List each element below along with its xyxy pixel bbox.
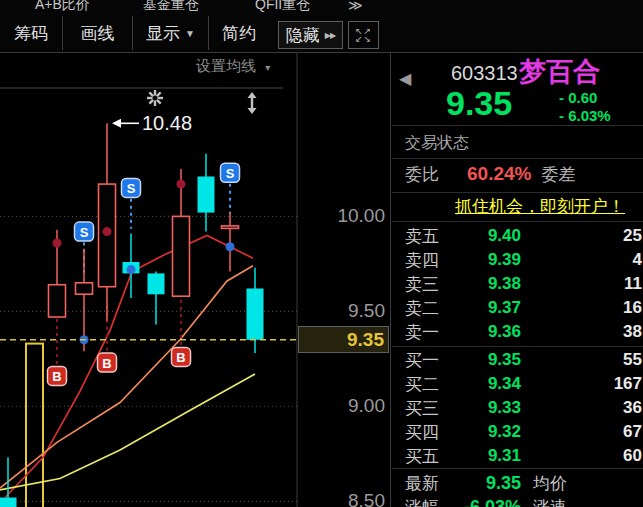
signal-dot-red	[103, 227, 112, 236]
signal-dot-blue	[226, 242, 235, 251]
open-account-ad-link[interactable]: 抓住机会，即刻开户！	[455, 195, 625, 218]
sun-icon-center	[152, 95, 157, 100]
order-volume: 38	[521, 322, 643, 342]
order-level-label: 卖四	[391, 249, 453, 272]
ask-row[interactable]: 卖三 9.38 11	[391, 272, 643, 296]
tab-fund-holdings[interactable]: 基金重仓	[143, 0, 199, 14]
order-volume: 4	[521, 250, 643, 270]
candlestick-chart-area[interactable]: S S S B B B 10.48 设置均线 ▾ 10.00 9.50 9.00…	[0, 53, 390, 507]
chevron-down-icon: ▾	[265, 62, 270, 73]
svg-text:S: S	[127, 181, 136, 196]
order-level-label: 卖三	[391, 273, 453, 296]
panel-divider	[392, 192, 643, 193]
svg-text:S: S	[80, 225, 89, 240]
svg-text:B: B	[176, 350, 185, 365]
order-price: 9.32	[453, 422, 521, 442]
draw-line-button[interactable]: 画线	[63, 14, 132, 52]
svg-text:10.48: 10.48	[142, 112, 192, 134]
order-volume: 16	[521, 298, 643, 318]
latest-label: 最新	[391, 472, 453, 495]
latest-price-row: 最新 9.35 均价	[391, 471, 643, 495]
ask-row[interactable]: 卖五 9.40 25	[391, 224, 643, 248]
svg-text:S: S	[226, 166, 235, 181]
price-change-block: - 0.60 - 6.03%	[559, 89, 611, 125]
price-axis-label: 9.00	[299, 395, 385, 417]
signal-dot-red	[177, 180, 186, 189]
candle-body-down	[0, 498, 17, 507]
order-volume: 55	[521, 350, 643, 370]
double-right-arrow-icon: ▶▶	[325, 31, 335, 40]
sell-signal-badge: S	[122, 178, 141, 197]
pct-label: 涨幅	[391, 496, 453, 507]
more-tabs-chevron-icon[interactable]: ≫	[348, 0, 361, 13]
candle-body-down	[247, 289, 264, 340]
order-level-label: 买五	[391, 445, 453, 468]
chart-toolbar: 筹码 画线 显示 ▼ 简约 隐藏 ▶▶ ↖↗ ↙↘	[0, 14, 643, 53]
bid-row[interactable]: 买三 9.33 36	[391, 396, 643, 420]
ask-row[interactable]: 卖一 9.36 38	[391, 320, 643, 344]
price-change: - 0.60	[559, 89, 611, 107]
bid-row[interactable]: 买二 9.34 167	[391, 372, 643, 396]
bid-orders: 买一 9.35 55 买二 9.34 167 买三 9.33 36 买四 9.3…	[391, 348, 643, 468]
ma-line-yellow	[0, 374, 255, 490]
simple-mode-button[interactable]: 简约	[209, 14, 269, 52]
updown-arrow-icon	[248, 92, 257, 114]
candle-body-up	[173, 216, 190, 296]
sell-signal-badge: S	[75, 222, 94, 241]
fullscreen-arrows-icon: ↙↘	[355, 35, 372, 43]
buy-signal-badge: B	[48, 366, 67, 385]
order-level-label: 卖五	[391, 225, 453, 248]
tab-ab-compare[interactable]: A+B比价	[35, 0, 90, 14]
weibi-row: 委比60.24%委差	[405, 163, 635, 186]
price-axis-label: 10.00	[299, 205, 385, 227]
order-volume: 11	[521, 274, 643, 294]
high-price-annotation: 10.48	[112, 112, 192, 134]
candle-body-down	[198, 177, 215, 213]
order-volume: 60	[521, 446, 643, 466]
order-level-label: 卖二	[391, 297, 453, 320]
ma-line-orange	[0, 266, 253, 488]
ask-row[interactable]: 卖二 9.37 16	[391, 296, 643, 320]
order-price: 9.31	[453, 446, 521, 466]
display-dropdown-button[interactable]: 显示 ▼	[133, 14, 208, 52]
hide-panel-button[interactable]: 隐藏 ▶▶	[278, 21, 343, 49]
chips-button[interactable]: 筹码	[0, 14, 62, 52]
order-price: 9.36	[453, 322, 521, 342]
back-arrow-icon[interactable]: ◀	[399, 69, 411, 88]
bid-row[interactable]: 买一 9.35 55	[391, 348, 643, 372]
ask-row[interactable]: 卖四 9.39 4	[391, 248, 643, 272]
order-volume: 25	[521, 226, 643, 246]
order-price: 9.33	[453, 398, 521, 418]
panel-divider	[392, 158, 643, 159]
order-price: 9.37	[453, 298, 521, 318]
stock-code: 603313	[451, 62, 518, 85]
order-level-label: 买三	[391, 397, 453, 420]
candlestick-chart[interactable]: S S S B B B 10.48	[0, 53, 390, 507]
stock-app-window: A+B比价 基金重仓 QFII重仓 ≫ 筹码 画线 显示 ▼ 简约 隐藏 ▶▶ …	[0, 0, 643, 507]
speed-label: 涨速	[521, 496, 567, 507]
quote-panel: ◀ 603313 梦百合 9.35 - 0.60 - 6.03% 交易状态 委比…	[390, 53, 643, 507]
price-axis-label: 9.50	[299, 300, 385, 322]
order-volume: 67	[521, 422, 643, 442]
weicha-label: 委差	[541, 165, 575, 184]
panel-divider	[392, 221, 643, 222]
candle-body-up	[49, 285, 66, 317]
panel-divider	[392, 346, 643, 347]
pct-value: -6.03%	[453, 497, 521, 507]
bid-row[interactable]: 买四 9.32 67	[391, 420, 643, 444]
top-tab-bar: A+B比价 基金重仓 QFII重仓 ≫	[0, 0, 643, 14]
order-level-label: 买一	[391, 349, 453, 372]
ma-settings-dropdown[interactable]: 设置均线 ▾	[196, 57, 270, 76]
change-percent-row: 涨幅 -6.03% 涨速	[391, 495, 643, 507]
signal-dot-blue	[127, 265, 136, 274]
bid-row[interactable]: 买五 9.31 60	[391, 444, 643, 468]
candle-body-up	[76, 283, 93, 294]
svg-text:B: B	[52, 369, 61, 384]
last-price: 9.35	[446, 84, 512, 123]
sell-signal-badge: S	[221, 163, 240, 182]
tab-qfii-holdings[interactable]: QFII重仓	[255, 0, 310, 14]
trade-status-label: 交易状态	[405, 133, 469, 154]
fullscreen-button[interactable]: ↖↗ ↙↘	[348, 21, 379, 49]
order-level-label: 买二	[391, 373, 453, 396]
chevron-down-icon: ▼	[185, 28, 195, 39]
